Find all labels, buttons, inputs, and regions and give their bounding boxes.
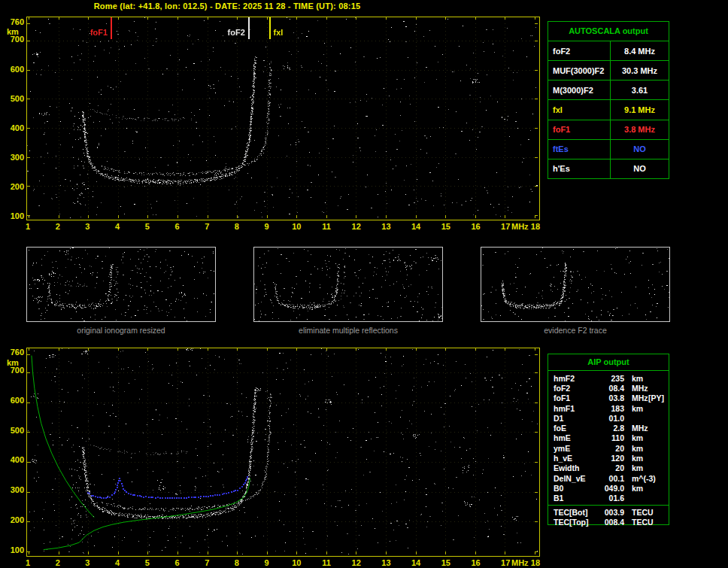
autoscala-row-value: NO [611,140,669,159]
autoscala-output-table: AUTOSCALA output foF2 8.4 MHz MUF(3000)F… [548,21,669,179]
x-tick-label: 7 [205,222,209,231]
x-axis-unit: MHz [511,558,529,567]
autoscala-row-value: 8.4 MHz [611,41,669,60]
aip-row-value: 03.8 [599,393,624,402]
x-tick-label: 13 [381,558,390,567]
table-row: hmF2 235 km [554,373,665,383]
aip-row-label: DelN_vE [554,474,599,483]
x-tick-label: 6 [174,222,179,231]
y-tick-label: 200 [4,182,24,191]
marker-foF1-line [111,17,112,39]
thumbnail-caption-original: original ionogram resized [26,326,216,335]
marker-fxl-label: fxl [274,28,284,37]
aip-row-unit: MHz [624,424,648,433]
x-tick-label: 17 [501,558,510,567]
autoscala-row-label: foF1 [548,120,611,139]
y-tick-label: 600 [4,396,24,405]
aip-row-unit: m^(-3) [624,474,656,483]
y-axis-unit: km [7,27,19,36]
x-tick-label: 13 [381,222,390,231]
table-row: D1 01.0 [554,413,665,423]
table-row: MUF(3000)F2 30.3 MHz [548,61,669,80]
aip-row-unit: km [624,454,643,463]
autoscala-row-label: ftEs [548,140,611,159]
autoscala-row-label: fxl [548,100,611,119]
aip-row-unit: MHz [624,393,648,402]
table-row: h_vE 120 km [554,453,665,463]
aip-row-value: 049.0 [599,484,624,493]
x-tick-label: 2 [56,222,60,231]
aip-row-label: B0 [554,484,599,493]
x-tick-label: 11 [322,558,331,567]
marker-foF2-label: foF2 [212,28,245,37]
aip-row-unit: km [624,374,643,383]
aip-row-label: foF2 [554,384,599,393]
aip-row-label: ymE [554,444,599,453]
aip-row-label: hmE [554,433,599,442]
top-ionogram-plot-frame [26,17,540,220]
table-row: ftEs NO [548,140,669,159]
aip-output-table: AIP output hmF2 235 km foF2 08.4 MHz foF… [548,354,669,525]
autoscala-row-value: 3.61 [611,80,669,99]
aip-row-value: 235 [599,374,624,383]
aip-row-unit: MHz [624,384,648,393]
aip-row-label: foF1 [554,393,599,402]
aip-row-unit: km [624,484,643,493]
aip-tec-row-value: 003.9 [599,508,624,517]
x-tick-label: 7 [205,558,209,567]
thumbnail-original-ionogram [26,247,216,322]
aip-row-value: 2.8 [599,424,624,433]
aip-tec-row-unit: TECU [624,518,654,527]
aip-row-value: 00.1 [599,474,624,483]
x-tick-label: 14 [411,222,420,231]
table-row: TEC[Top] 008.4 TECU [554,517,665,527]
x-tick-label: 1 [26,558,30,567]
aip-row-unit: km [624,404,643,413]
aip-table-header: AIP output [548,354,669,371]
x-tick-label: 8 [235,222,239,231]
y-axis-unit: km [7,358,19,367]
aip-tec-row-label: TEC[Bot] [554,508,599,517]
y-tick-label: 500 [4,426,24,435]
x-tick-label: 15 [441,558,450,567]
x-tick-label: 16 [471,222,480,231]
aip-tec-row-unit: TECU [624,508,654,517]
aip-row-value: 20 [599,463,624,472]
table-row: B0 049.0 km [554,483,665,493]
aip-row-label: Ewidth [554,463,599,472]
x-tick-label: 5 [145,222,150,231]
x-tick-label: 8 [235,558,239,567]
thumbnail-caption-eliminate: eliminate multiple reflections [253,326,443,335]
aip-row-label: hmF2 [554,374,599,383]
x-tick-label: 10 [292,558,301,567]
x-tick-label: 9 [265,558,269,567]
autoscala-window: Rome (lat: +41.8, lon: 012.5) - DATE: 20… [0,0,728,568]
thumbnail-eliminate-multiples [253,247,443,322]
y-tick-label: 760 [4,348,24,357]
aip-table-body: hmF2 235 km foF2 08.4 MHz foF1 03.8 MHz … [548,371,669,527]
aip-row-value: 08.4 [599,384,624,393]
x-axis-unit: MHz [511,222,529,231]
marker-foF1-label: foF1 [74,28,108,37]
thumbnail-eliminate-multiples-canvas [254,248,442,321]
x-tick-label: 18 [531,222,540,231]
table-row: foF2 08.4 MHz [554,383,665,393]
autoscala-row-value: 30.3 MHz [611,61,669,80]
table-row: B1 01.6 [554,494,665,503]
table-row: hmF1 183 km [554,403,665,413]
aip-row-unit: km [624,444,643,453]
autoscala-row-value: NO [611,159,669,178]
table-row: M(3000)F2 3.61 [548,80,669,100]
autoscala-table-header: AUTOSCALA output [548,22,669,41]
autoscala-row-value: 3.8 MHz [611,120,669,139]
aip-row-value: 01.0 [599,414,624,423]
x-tick-label: 6 [174,558,179,567]
table-row: DelN_vE 00.1 m^(-3) [554,473,665,483]
autoscala-row-label: M(3000)F2 [548,80,611,99]
x-tick-label: 14 [411,558,420,567]
page-title: Rome (lat: +41.8, lon: 012.5) - DATE: 20… [0,2,454,11]
table-row: foE 2.8 MHz [554,423,665,433]
aip-row-label: D1 [554,414,599,423]
table-row: fxl 9.1 MHz [548,100,669,120]
y-tick-label: 400 [4,455,24,464]
